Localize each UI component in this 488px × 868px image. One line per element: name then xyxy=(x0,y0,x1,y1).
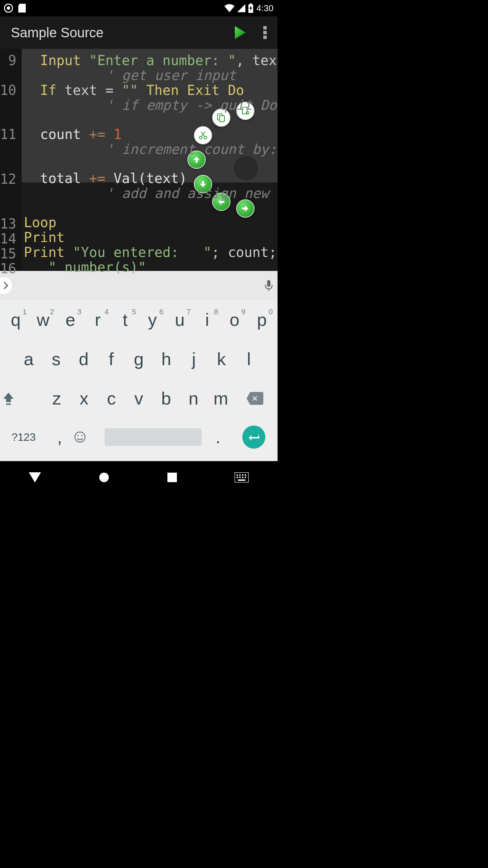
code-line[interactable]: Loop xyxy=(22,215,278,230)
key-b[interactable]: b xyxy=(152,388,180,409)
code-line-wrap[interactable]: ' add and assign new value xyxy=(22,186,278,201)
back-button[interactable] xyxy=(29,472,41,482)
svg-point-19 xyxy=(99,473,109,482)
key-m[interactable]: m xyxy=(207,388,235,409)
keyboard-suggestion-bar xyxy=(0,271,278,300)
key-l[interactable]: l xyxy=(235,349,263,369)
line-number: 16 xyxy=(0,261,22,276)
key-u[interactable]: u7 xyxy=(166,310,194,330)
comma-key[interactable]: , xyxy=(45,427,74,447)
key-e[interactable]: e3 xyxy=(57,310,84,330)
line-number: 14 xyxy=(0,231,22,246)
key-c[interactable]: c xyxy=(98,388,125,409)
key-hint: 2 xyxy=(50,308,54,316)
key-p[interactable]: p0 xyxy=(248,310,276,330)
code-line[interactable]: If text = "" Then Exit Do xyxy=(22,83,278,98)
enter-key[interactable] xyxy=(232,426,276,449)
key-n[interactable]: n xyxy=(180,388,207,409)
key-x[interactable]: x xyxy=(70,388,98,409)
key-a[interactable]: a xyxy=(15,349,42,369)
backspace-icon xyxy=(235,392,276,405)
line-number: 9 xyxy=(0,53,22,83)
svg-rect-5 xyxy=(263,31,267,34)
svg-rect-15 xyxy=(6,403,11,405)
svg-rect-4 xyxy=(263,26,267,29)
emoji-icon xyxy=(74,431,103,443)
svg-rect-13 xyxy=(267,280,270,287)
overflow-menu-icon[interactable] xyxy=(263,25,267,40)
key-q[interactable]: q1 xyxy=(2,310,29,330)
app-bar: Sample Source xyxy=(0,16,278,49)
key-hint: 5 xyxy=(132,308,136,316)
key-hint: 9 xyxy=(241,308,245,316)
code-line[interactable]: count += 1 xyxy=(22,127,278,142)
key-hint: 1 xyxy=(22,308,26,316)
key-g[interactable]: g xyxy=(125,349,152,369)
key-o[interactable]: o9 xyxy=(221,310,248,330)
code-line-wrap[interactable]: " number(s)" xyxy=(22,260,278,275)
svg-rect-28 xyxy=(242,477,243,478)
svg-point-17 xyxy=(77,435,79,436)
svg-point-1 xyxy=(7,6,10,10)
key-hint: 3 xyxy=(77,308,81,316)
svg-rect-3 xyxy=(250,3,252,4)
code-line[interactable]: Input "Enter a number: ", text xyxy=(22,53,278,68)
svg-rect-25 xyxy=(245,474,246,476)
key-hint: 0 xyxy=(269,308,273,316)
wifi-icon xyxy=(224,4,235,12)
code-line-wrap[interactable]: ' get user input xyxy=(22,68,278,83)
line-number: 15 xyxy=(0,246,22,261)
cell-signal-icon xyxy=(237,4,245,12)
svg-rect-20 xyxy=(167,473,177,482)
key-hint: 8 xyxy=(214,308,218,316)
key-w[interactable]: w2 xyxy=(29,310,57,330)
svg-rect-29 xyxy=(245,477,246,478)
code-editor[interactable]: 9 10 11 12 13 14 15 16 Input "Enter a nu… xyxy=(0,49,278,271)
code-body[interactable]: Input "Enter a number: ", text ' get use… xyxy=(22,49,278,271)
key-t[interactable]: t5 xyxy=(111,310,139,330)
key-h[interactable]: h xyxy=(152,349,180,369)
svg-point-16 xyxy=(75,432,85,442)
key-r[interactable]: r4 xyxy=(84,310,111,330)
svg-rect-30 xyxy=(238,479,245,481)
keyboard-switch-button[interactable] xyxy=(235,472,249,482)
spacebar-key[interactable] xyxy=(103,428,203,446)
svg-rect-26 xyxy=(237,477,238,478)
line-number: 12 xyxy=(0,172,22,216)
voice-input-button[interactable] xyxy=(264,279,273,292)
key-d[interactable]: d xyxy=(70,349,97,369)
key-k[interactable]: k xyxy=(208,349,235,369)
key-j[interactable]: j xyxy=(180,349,207,369)
emoji-key[interactable] xyxy=(74,431,103,443)
line-number: 11 xyxy=(0,127,22,172)
svg-rect-27 xyxy=(239,477,241,478)
key-hint: 4 xyxy=(105,308,109,316)
enter-icon xyxy=(248,432,260,442)
recents-button[interactable] xyxy=(167,473,177,482)
record-icon xyxy=(4,4,13,13)
line-number-gutter: 9 10 11 12 13 14 15 16 xyxy=(0,49,22,271)
line-number: 13 xyxy=(0,216,22,231)
home-button[interactable] xyxy=(99,472,109,483)
status-bar: 4:30 xyxy=(0,0,278,16)
key-z[interactable]: z xyxy=(43,388,70,409)
key-f[interactable]: f xyxy=(98,349,125,369)
symbols-key[interactable]: ?123 xyxy=(2,431,45,443)
shift-key[interactable] xyxy=(2,391,43,406)
expand-suggestions-button[interactable] xyxy=(0,277,12,294)
run-button[interactable] xyxy=(233,25,247,40)
backspace-key[interactable] xyxy=(235,392,276,405)
battery-charging-icon xyxy=(248,3,253,13)
key-y[interactable]: y6 xyxy=(139,310,166,330)
code-line-wrap[interactable]: ' if empty -> quit Do/Loop xyxy=(22,98,278,113)
code-line[interactable]: Print xyxy=(22,230,278,245)
code-line-wrap[interactable]: ' increment count by: 1 xyxy=(22,142,278,157)
key-s[interactable]: s xyxy=(42,349,70,369)
key-i[interactable]: i8 xyxy=(194,310,221,330)
code-line[interactable]: total += Val(text) xyxy=(22,171,278,186)
mic-icon xyxy=(264,279,273,292)
sd-card-icon xyxy=(18,4,26,13)
code-line[interactable]: Print "You entered: "; count; xyxy=(22,245,278,260)
period-key[interactable]: . xyxy=(204,427,232,447)
key-v[interactable]: v xyxy=(125,388,152,409)
